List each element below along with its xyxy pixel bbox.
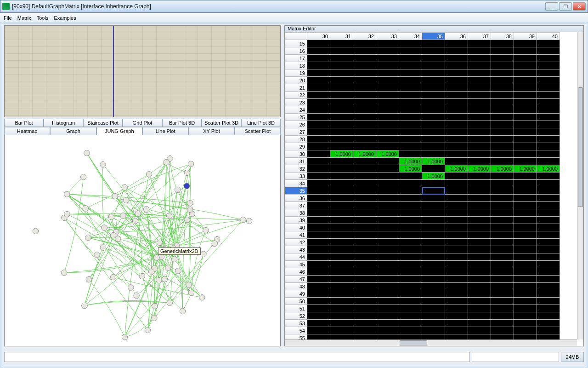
cell-39-32[interactable]: [353, 217, 376, 224]
cell-22-36[interactable]: [445, 92, 468, 99]
matrix-vscrollbar[interactable]: [577, 32, 583, 339]
cell-47-37[interactable]: [468, 276, 491, 283]
graph-node-38[interactable]: [100, 245, 106, 251]
row-header-17[interactable]: 17: [285, 55, 307, 62]
cell-43-31[interactable]: [330, 246, 353, 253]
cell-46-31[interactable]: [330, 268, 353, 276]
cell-22-40[interactable]: [537, 92, 560, 99]
cell-29-31[interactable]: [330, 143, 353, 150]
graph-node-17[interactable]: [162, 276, 168, 282]
graph-node-34[interactable]: [61, 270, 67, 276]
cell-32-36[interactable]: 1.0000: [445, 165, 468, 172]
cell-20-32[interactable]: [353, 77, 376, 84]
row-header-43[interactable]: 43: [285, 246, 307, 253]
cell-46-36[interactable]: [445, 268, 468, 276]
cell-26-36[interactable]: [445, 121, 468, 128]
cell-33-33[interactable]: [376, 172, 399, 180]
close-button[interactable]: ✕: [573, 2, 586, 11]
cell-16-33[interactable]: [376, 47, 399, 55]
graph-node-42[interactable]: [120, 213, 126, 219]
cell-55-38[interactable]: [491, 334, 514, 340]
cell-31-32[interactable]: [353, 158, 376, 165]
cell-22-35[interactable]: [422, 92, 445, 99]
cell-52-33[interactable]: [376, 312, 399, 320]
cell-41-40[interactable]: [537, 231, 560, 239]
row-header-27[interactable]: 27: [285, 128, 307, 136]
cell-36-30[interactable]: [307, 195, 330, 202]
cell-16-38[interactable]: [491, 47, 514, 55]
cell-48-35[interactable]: [422, 283, 445, 290]
cell-47-38[interactable]: [491, 276, 514, 283]
cell-41-36[interactable]: [445, 231, 468, 239]
cell-55-36[interactable]: [445, 334, 468, 340]
row-header-42[interactable]: 42: [285, 239, 307, 246]
cell-22-31[interactable]: [330, 92, 353, 99]
cell-31-35[interactable]: 1.0000: [422, 158, 445, 165]
row-header-52[interactable]: 52: [285, 312, 307, 320]
graph-node-28[interactable]: [135, 211, 141, 217]
cell-25-36[interactable]: [445, 114, 468, 121]
cell-24-40[interactable]: [537, 106, 560, 114]
cell-15-39[interactable]: [514, 40, 537, 47]
tab-scatter-plot[interactable]: Scatter Plot: [235, 127, 281, 135]
cell-24-34[interactable]: [399, 106, 422, 114]
cell-44-33[interactable]: [376, 253, 399, 261]
cell-21-33[interactable]: [376, 84, 399, 92]
tab-heatmap[interactable]: Heatmap: [4, 127, 50, 135]
cell-34-33[interactable]: [376, 180, 399, 187]
row-header-25[interactable]: 25: [285, 114, 307, 121]
cell-22-34[interactable]: [399, 92, 422, 99]
cell-52-36[interactable]: [445, 312, 468, 320]
cell-38-36[interactable]: [445, 209, 468, 217]
cell-44-35[interactable]: [422, 253, 445, 261]
cell-30-33[interactable]: 1.0000: [376, 150, 399, 158]
cell-27-30[interactable]: [307, 128, 330, 136]
cell-40-31[interactable]: [330, 224, 353, 231]
cell-39-31[interactable]: [330, 217, 353, 224]
cell-32-31[interactable]: [330, 165, 353, 172]
graph-node-39[interactable]: [184, 170, 190, 176]
cell-47-39[interactable]: [514, 276, 537, 283]
cell-28-30[interactable]: [307, 136, 330, 143]
cell-38-37[interactable]: [468, 209, 491, 217]
row-header-34[interactable]: 34: [285, 180, 307, 187]
graph-node-16[interactable]: [83, 206, 89, 212]
graph-node-35[interactable]: [184, 183, 190, 189]
cell-19-39[interactable]: [514, 69, 537, 77]
graph-node-56[interactable]: [64, 211, 70, 217]
cell-48-39[interactable]: [514, 283, 537, 290]
graph-node-4[interactable]: [240, 217, 246, 223]
cell-44-34[interactable]: [399, 253, 422, 261]
cell-49-39[interactable]: [514, 290, 537, 298]
cell-46-34[interactable]: [399, 268, 422, 276]
cell-38-33[interactable]: [376, 209, 399, 217]
cell-33-38[interactable]: [491, 172, 514, 180]
cell-52-31[interactable]: [330, 312, 353, 320]
cell-19-37[interactable]: [468, 69, 491, 77]
cell-42-38[interactable]: [491, 239, 514, 246]
cell-28-36[interactable]: [445, 136, 468, 143]
cell-47-36[interactable]: [445, 276, 468, 283]
cell-25-38[interactable]: [491, 114, 514, 121]
cell-30-32[interactable]: 1.0000: [353, 150, 376, 158]
cell-23-35[interactable]: [422, 99, 445, 106]
cell-42-36[interactable]: [445, 239, 468, 246]
row-header-38[interactable]: 38: [285, 209, 307, 217]
tab-histogram[interactable]: Histogram: [44, 119, 83, 127]
graph-node-60[interactable]: [146, 171, 152, 177]
cell-45-35[interactable]: [422, 261, 445, 268]
row-header-23[interactable]: 23: [285, 99, 307, 106]
cell-17-32[interactable]: [353, 55, 376, 62]
cell-26-40[interactable]: [537, 121, 560, 128]
graph-node-14[interactable]: [102, 225, 107, 231]
cell-19-36[interactable]: [445, 69, 468, 77]
cell-44-32[interactable]: [353, 253, 376, 261]
cell-54-30[interactable]: [307, 327, 330, 334]
cell-51-30[interactable]: [307, 305, 330, 312]
cell-34-40[interactable]: [537, 180, 560, 187]
cell-45-38[interactable]: [491, 261, 514, 268]
cell-42-35[interactable]: [422, 239, 445, 246]
cell-34-38[interactable]: [491, 180, 514, 187]
cell-19-30[interactable]: [307, 69, 330, 77]
cell-48-32[interactable]: [353, 283, 376, 290]
